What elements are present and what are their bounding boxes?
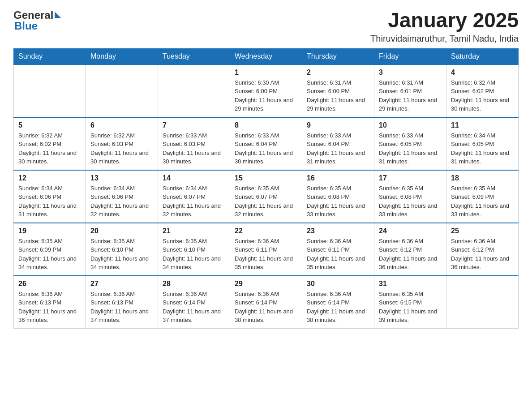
day-info: Sunrise: 6:32 AMSunset: 6:03 PMDaylight:… bbox=[90, 131, 153, 166]
day-info: Sunrise: 6:35 AMSunset: 6:09 PMDaylight:… bbox=[451, 184, 514, 219]
calendar-cell: 10Sunrise: 6:33 AMSunset: 6:05 PMDayligh… bbox=[374, 117, 446, 170]
day-info: Sunrise: 6:30 AMSunset: 6:00 PMDaylight:… bbox=[235, 78, 297, 113]
calendar-header-tuesday: Tuesday bbox=[158, 48, 230, 64]
day-number: 15 bbox=[235, 174, 297, 182]
day-info: Sunrise: 6:36 AMSunset: 6:14 PMDaylight:… bbox=[235, 290, 297, 325]
day-number: 12 bbox=[18, 174, 81, 182]
calendar-header-sunday: Sunday bbox=[14, 48, 86, 64]
day-number: 1 bbox=[235, 68, 297, 77]
day-info: Sunrise: 6:36 AMSunset: 6:14 PMDaylight:… bbox=[163, 290, 225, 325]
day-number: 13 bbox=[90, 174, 153, 182]
calendar-cell: 29Sunrise: 6:36 AMSunset: 6:14 PMDayligh… bbox=[230, 276, 302, 329]
calendar-cell: 26Sunrise: 6:36 AMSunset: 6:13 PMDayligh… bbox=[14, 276, 86, 329]
calendar-week-4: 19Sunrise: 6:35 AMSunset: 6:09 PMDayligh… bbox=[14, 223, 519, 276]
calendar-cell bbox=[14, 64, 86, 117]
calendar-week-1: 1Sunrise: 6:30 AMSunset: 6:00 PMDaylight… bbox=[14, 64, 519, 117]
day-number: 3 bbox=[379, 68, 442, 77]
calendar-cell: 8Sunrise: 6:33 AMSunset: 6:04 PMDaylight… bbox=[230, 117, 302, 170]
calendar-cell: 25Sunrise: 6:36 AMSunset: 6:12 PMDayligh… bbox=[446, 223, 519, 276]
day-number: 8 bbox=[235, 121, 297, 129]
calendar-cell: 21Sunrise: 6:35 AMSunset: 6:10 PMDayligh… bbox=[158, 223, 230, 276]
day-info: Sunrise: 6:36 AMSunset: 6:13 PMDaylight:… bbox=[90, 290, 153, 325]
day-number: 26 bbox=[18, 280, 81, 288]
day-info: Sunrise: 6:35 AMSunset: 6:10 PMDaylight:… bbox=[163, 237, 225, 272]
day-info: Sunrise: 6:35 AMSunset: 6:07 PMDaylight:… bbox=[235, 184, 297, 219]
day-number: 22 bbox=[235, 227, 297, 235]
day-number: 16 bbox=[307, 174, 369, 182]
day-info: Sunrise: 6:33 AMSunset: 6:03 PMDaylight:… bbox=[163, 131, 225, 166]
day-number: 28 bbox=[163, 280, 225, 288]
calendar-header-thursday: Thursday bbox=[302, 48, 374, 64]
calendar-cell: 3Sunrise: 6:31 AMSunset: 6:01 PMDaylight… bbox=[374, 64, 446, 117]
day-number: 27 bbox=[90, 280, 153, 288]
calendar-cell: 16Sunrise: 6:35 AMSunset: 6:08 PMDayligh… bbox=[302, 170, 374, 223]
calendar-cell: 14Sunrise: 6:34 AMSunset: 6:07 PMDayligh… bbox=[158, 170, 230, 223]
calendar-header-row: SundayMondayTuesdayWednesdayThursdayFrid… bbox=[14, 48, 519, 64]
day-number: 7 bbox=[163, 121, 225, 129]
day-info: Sunrise: 6:36 AMSunset: 6:11 PMDaylight:… bbox=[235, 237, 297, 272]
calendar-header-saturday: Saturday bbox=[446, 48, 519, 64]
day-info: Sunrise: 6:35 AMSunset: 6:10 PMDaylight:… bbox=[90, 237, 153, 272]
day-info: Sunrise: 6:36 AMSunset: 6:13 PMDaylight:… bbox=[18, 290, 81, 325]
calendar-week-2: 5Sunrise: 6:32 AMSunset: 6:02 PMDaylight… bbox=[14, 117, 519, 170]
calendar-cell: 4Sunrise: 6:32 AMSunset: 6:02 PMDaylight… bbox=[446, 64, 519, 117]
calendar-cell: 7Sunrise: 6:33 AMSunset: 6:03 PMDaylight… bbox=[158, 117, 230, 170]
day-number: 20 bbox=[90, 227, 153, 235]
logo-blue-text: Blue bbox=[14, 20, 38, 32]
calendar-cell: 19Sunrise: 6:35 AMSunset: 6:09 PMDayligh… bbox=[14, 223, 86, 276]
day-number: 30 bbox=[307, 280, 369, 288]
day-info: Sunrise: 6:33 AMSunset: 6:05 PMDaylight:… bbox=[379, 131, 442, 166]
day-number: 23 bbox=[307, 227, 369, 235]
day-info: Sunrise: 6:34 AMSunset: 6:07 PMDaylight:… bbox=[163, 184, 225, 219]
calendar-cell: 9Sunrise: 6:33 AMSunset: 6:04 PMDaylight… bbox=[302, 117, 374, 170]
calendar-week-5: 26Sunrise: 6:36 AMSunset: 6:13 PMDayligh… bbox=[14, 276, 519, 329]
calendar-cell bbox=[158, 64, 230, 117]
day-info: Sunrise: 6:32 AMSunset: 6:02 PMDaylight:… bbox=[18, 131, 81, 166]
calendar-cell: 5Sunrise: 6:32 AMSunset: 6:02 PMDaylight… bbox=[14, 117, 86, 170]
day-number: 9 bbox=[307, 121, 369, 129]
calendar-cell: 22Sunrise: 6:36 AMSunset: 6:11 PMDayligh… bbox=[230, 223, 302, 276]
calendar-cell: 15Sunrise: 6:35 AMSunset: 6:07 PMDayligh… bbox=[230, 170, 302, 223]
calendar-cell: 11Sunrise: 6:34 AMSunset: 6:05 PMDayligh… bbox=[446, 117, 519, 170]
day-number: 2 bbox=[307, 68, 369, 77]
day-info: Sunrise: 6:35 AMSunset: 6:15 PMDaylight:… bbox=[379, 290, 442, 325]
logo: General Blue bbox=[13, 9, 61, 32]
calendar-cell: 6Sunrise: 6:32 AMSunset: 6:03 PMDaylight… bbox=[86, 117, 158, 170]
day-info: Sunrise: 6:36 AMSunset: 6:11 PMDaylight:… bbox=[307, 237, 369, 272]
day-number: 19 bbox=[18, 227, 81, 235]
day-number: 4 bbox=[451, 68, 514, 77]
title-block: January 2025 Thiruvidaimaruthur, Tamil N… bbox=[370, 9, 519, 44]
day-info: Sunrise: 6:36 AMSunset: 6:14 PMDaylight:… bbox=[307, 290, 369, 325]
calendar-table: SundayMondayTuesdayWednesdayThursdayFrid… bbox=[13, 48, 519, 329]
calendar-cell: 18Sunrise: 6:35 AMSunset: 6:09 PMDayligh… bbox=[446, 170, 519, 223]
day-info: Sunrise: 6:33 AMSunset: 6:04 PMDaylight:… bbox=[307, 131, 369, 166]
calendar-header-friday: Friday bbox=[374, 48, 446, 64]
logo-arrow-icon bbox=[55, 12, 61, 18]
day-number: 31 bbox=[379, 280, 442, 288]
day-number: 25 bbox=[451, 227, 514, 235]
calendar-cell: 30Sunrise: 6:36 AMSunset: 6:14 PMDayligh… bbox=[302, 276, 374, 329]
day-number: 24 bbox=[379, 227, 442, 235]
day-info: Sunrise: 6:36 AMSunset: 6:12 PMDaylight:… bbox=[451, 237, 514, 272]
day-number: 18 bbox=[451, 174, 514, 182]
day-info: Sunrise: 6:34 AMSunset: 6:05 PMDaylight:… bbox=[451, 131, 514, 166]
day-number: 6 bbox=[90, 121, 153, 129]
day-number: 10 bbox=[379, 121, 442, 129]
calendar-cell: 17Sunrise: 6:35 AMSunset: 6:08 PMDayligh… bbox=[374, 170, 446, 223]
calendar-cell: 12Sunrise: 6:34 AMSunset: 6:06 PMDayligh… bbox=[14, 170, 86, 223]
day-number: 21 bbox=[163, 227, 225, 235]
subtitle: Thiruvidaimaruthur, Tamil Nadu, India bbox=[370, 34, 519, 44]
day-info: Sunrise: 6:34 AMSunset: 6:06 PMDaylight:… bbox=[90, 184, 153, 219]
calendar-cell: 1Sunrise: 6:30 AMSunset: 6:00 PMDaylight… bbox=[230, 64, 302, 117]
calendar-week-3: 12Sunrise: 6:34 AMSunset: 6:06 PMDayligh… bbox=[14, 170, 519, 223]
day-info: Sunrise: 6:35 AMSunset: 6:08 PMDaylight:… bbox=[307, 184, 369, 219]
calendar-header-monday: Monday bbox=[86, 48, 158, 64]
calendar-cell bbox=[446, 276, 519, 329]
main-title: January 2025 bbox=[370, 9, 519, 32]
calendar-cell: 24Sunrise: 6:36 AMSunset: 6:12 PMDayligh… bbox=[374, 223, 446, 276]
day-number: 5 bbox=[18, 121, 81, 129]
day-info: Sunrise: 6:31 AMSunset: 6:00 PMDaylight:… bbox=[307, 78, 369, 113]
calendar-cell: 23Sunrise: 6:36 AMSunset: 6:11 PMDayligh… bbox=[302, 223, 374, 276]
day-info: Sunrise: 6:35 AMSunset: 6:09 PMDaylight:… bbox=[18, 237, 81, 272]
day-info: Sunrise: 6:32 AMSunset: 6:02 PMDaylight:… bbox=[451, 78, 514, 113]
